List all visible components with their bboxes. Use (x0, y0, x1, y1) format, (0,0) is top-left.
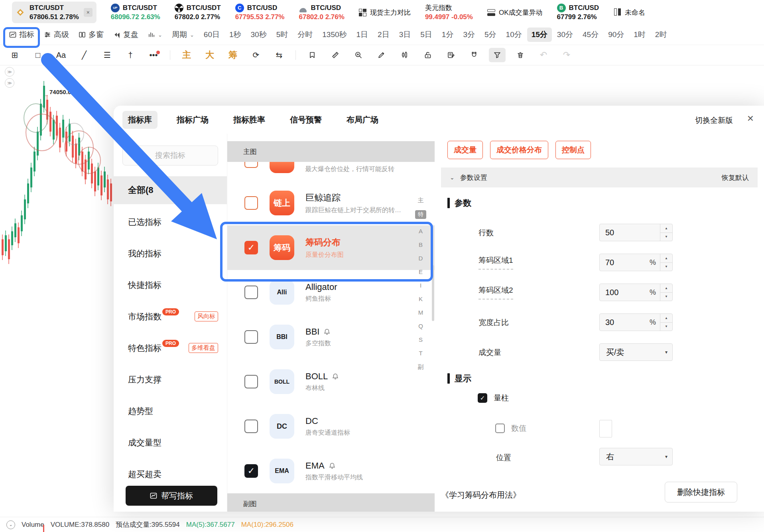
switch-new-version-link[interactable]: 切换全新版 (695, 115, 733, 126)
indic-row-ema[interactable]: EMA EMA 指数平滑移动平均线 (227, 449, 435, 493)
rail-sub[interactable]: 副 (415, 363, 426, 371)
redo-icon[interactable]: ↷ (558, 48, 575, 62)
pill-control-points[interactable]: 控制点 (555, 141, 591, 159)
timeframe-1h[interactable]: 1时 (629, 28, 650, 42)
checkbox[interactable] (495, 424, 505, 433)
spin-up-icon[interactable]: ▲ (660, 284, 672, 293)
parallel-lines-icon[interactable]: ☰ (99, 48, 116, 62)
timeframe-1350s[interactable]: 1350秒 (318, 28, 351, 42)
cross-tool-icon[interactable]: † (122, 48, 139, 62)
pill-volume-price-distribution[interactable]: 成交价格分布 (490, 141, 548, 159)
sidebar-item-overbought-oversold[interactable]: 超买超卖 (114, 458, 227, 490)
ruler-icon[interactable] (327, 48, 344, 62)
indic-row-bbi[interactable]: BBI BBI 多空指数 (227, 315, 435, 359)
indic-row-whale-tracking[interactable]: 链上 巨鲸追踪 跟踪巨鲸在链上对于交易所的转… (227, 181, 435, 225)
toggle-values[interactable]: 数值 (495, 423, 526, 433)
compare-lines-icon[interactable]: ⇆ (271, 48, 287, 62)
indic-row-dc[interactable]: DC DC 唐奇安通道指标 (227, 404, 435, 449)
lock-icon[interactable] (419, 48, 436, 62)
indicator-checkbox-checked[interactable] (244, 464, 258, 478)
rail-featured[interactable]: 特 (415, 210, 426, 219)
chart-style-dropdown[interactable]: ⌄ (144, 31, 167, 38)
expand-chevron-icon[interactable]: ≫ (5, 78, 14, 88)
magnet-icon[interactable] (466, 48, 482, 62)
sidebar-item-all[interactable]: 全部(8 (114, 176, 227, 204)
more-tools-icon[interactable]: ••• (145, 48, 162, 62)
text-tool-icon[interactable]: Aa (53, 48, 69, 62)
rail-letter-i[interactable]: I (415, 282, 426, 289)
filter-funnel-icon[interactable] (489, 48, 506, 62)
timeframe-3d[interactable]: 3日 (395, 28, 415, 42)
replay-button[interactable]: 复盘 (109, 30, 143, 40)
spin-down-icon[interactable]: ▼ (660, 293, 672, 301)
collapse-chevron-icon[interactable]: ⌄ (6, 520, 15, 529)
undo-icon[interactable]: ↶ (535, 48, 552, 62)
sidebar-item-my-indicators[interactable]: 我的指标 (114, 238, 227, 269)
timeframe-30m[interactable]: 30分 (553, 28, 577, 42)
indicator-checkbox[interactable] (244, 330, 258, 344)
indicator-checkbox[interactable] (244, 420, 258, 433)
search-input[interactable] (122, 146, 218, 166)
help-write-indicator-button[interactable]: 帮写指标 (126, 486, 217, 506)
spin-down-icon[interactable]: ▼ (660, 233, 672, 241)
indic-row-liquidation-partial[interactable]: 爆仓 最大爆仓价位处，行情可能反转 (227, 162, 435, 181)
spinner[interactable]: ▲▼ (660, 314, 672, 331)
indicator-checkbox[interactable] (244, 375, 258, 388)
timeframe-5m[interactable]: 5分 (480, 28, 501, 42)
volume-mode-select[interactable]: 买/卖 ▾ (599, 343, 673, 361)
multi-window-button[interactable]: 多窗 (74, 30, 108, 40)
sidebar-item-featured-indicators[interactable]: 特色指标PRO 多维看盘 (114, 332, 227, 364)
spin-down-icon[interactable]: ▼ (660, 323, 672, 331)
timeframe-10m[interactable]: 10分 (502, 28, 526, 42)
spinner[interactable]: ▲▼ (660, 224, 672, 241)
ticker-tab-active[interactable]: BTC/USDT 67806.51 2.78% × (12, 2, 96, 23)
rail-letter-q[interactable]: Q (415, 323, 426, 329)
position-select[interactable]: 右 ▾ (599, 448, 673, 465)
timeframe-90m[interactable]: 90分 (604, 28, 628, 42)
close-icon[interactable]: × (84, 8, 93, 17)
note-edit-icon[interactable] (443, 48, 459, 62)
candles-icon[interactable] (396, 48, 413, 62)
chip-zone2-stepper[interactable]: 100% ▲▼ (599, 284, 673, 301)
ticker-btcusdt-upbit[interactable]: UPBTC/USDT 68096.72 2.63% (111, 4, 160, 21)
chip-shortcut[interactable]: 筹 (224, 48, 241, 62)
timeframe-minute[interactable]: 分时 (293, 28, 317, 42)
timeframe-1d[interactable]: 1日 (352, 28, 373, 42)
sidebar-item-market-index[interactable]: 市场指数PRO 风向标 (114, 301, 227, 332)
tab-indicator-library[interactable]: 指标库 (122, 111, 158, 129)
rectangle-tool-icon[interactable]: □ (30, 48, 46, 62)
timeframe-30s[interactable]: 30秒 (246, 28, 271, 42)
cycle-edit-icon[interactable]: ⟳ (248, 48, 264, 62)
bell-icon[interactable] (332, 373, 339, 380)
timeframe-2h[interactable]: 2时 (651, 28, 671, 42)
pill-volume[interactable]: 成交量 (447, 141, 483, 159)
timeframe-15m-active[interactable]: 15分 (527, 28, 552, 42)
ticker-btcusd-dome[interactable]: BTC/USD 67802.0 2.76% (299, 4, 344, 21)
usd-index[interactable]: 美元指数 99.4997 -0.05% (425, 4, 473, 21)
rail-letter-t[interactable]: T (415, 350, 426, 357)
indicator-checkbox[interactable] (244, 162, 258, 168)
large-view-shortcut[interactable]: 大 (201, 48, 218, 62)
expand-chevron-icon[interactable]: ≫ (5, 67, 14, 77)
timeframe-1s[interactable]: 1秒 (225, 28, 246, 42)
trendline-tool-icon[interactable]: ╱ (76, 48, 93, 62)
checkbox-checked[interactable] (478, 393, 487, 403)
bookmark-icon[interactable] (304, 48, 321, 62)
rail-main[interactable]: 主 (415, 197, 426, 204)
bell-icon[interactable] (329, 462, 336, 469)
add-panel-icon[interactable]: ⊞ (6, 48, 23, 62)
sidebar-item-support-resistance[interactable]: 压力支撑 (114, 364, 227, 395)
advanced-button[interactable]: 高级 (39, 30, 73, 40)
learn-chip-distribution-link[interactable]: 《学习筹码分布用法》 (441, 490, 521, 500)
value-color-swatch[interactable] (599, 420, 612, 437)
main-chart-shortcut[interactable]: 主 (178, 48, 195, 62)
width-ratio-stepper[interactable]: 30% ▲▼ (599, 313, 673, 331)
close-icon[interactable]: × (747, 112, 754, 125)
unnamed-layout[interactable]: 未命名 (613, 8, 645, 17)
rail-letter-s[interactable]: S (415, 336, 426, 343)
spin-up-icon[interactable]: ▲ (660, 254, 672, 263)
indicator-checkbox[interactable] (244, 196, 258, 210)
period-dropdown[interactable]: 周期 ⌄ (167, 30, 199, 40)
timeframe-5d[interactable]: 5日 (416, 28, 437, 42)
timeframe-60d[interactable]: 60日 (199, 28, 224, 42)
